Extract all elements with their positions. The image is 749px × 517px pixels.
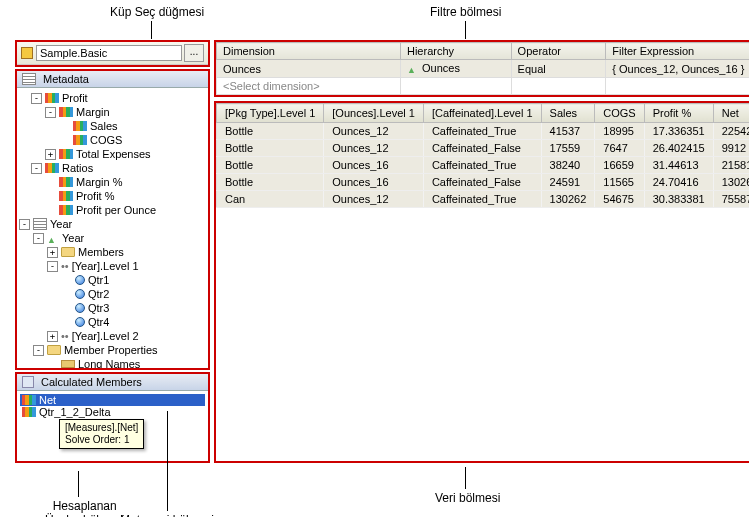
table-cell: 30.383381 <box>644 191 713 208</box>
tree-node-year-l1[interactable]: [Year].Level 1 <box>72 259 139 273</box>
tree-node-year-l2[interactable]: [Year].Level 2 <box>72 329 139 343</box>
cube-icon <box>21 47 33 59</box>
member-icon <box>75 289 85 299</box>
data-table[interactable]: [Pkg Type].Level 1[Ounces].Level 1[Caffe… <box>216 103 749 208</box>
tree-node-profit-per-ounce[interactable]: Profit per Ounce <box>76 203 156 217</box>
tree-node-qtr3[interactable]: Qtr3 <box>88 301 109 315</box>
tree-node-qtr4[interactable]: Qtr4 <box>88 315 109 329</box>
measure-icon <box>45 163 59 173</box>
expand-icon[interactable]: - <box>47 261 58 272</box>
table-cell: Ounces_12 <box>324 123 424 140</box>
expand-icon[interactable]: - <box>31 163 42 174</box>
calc-icon <box>22 376 34 388</box>
table-row[interactable]: BottleOunces_16Caffeinated_True382401665… <box>217 157 750 174</box>
tree-node-profit[interactable]: Profit <box>62 91 88 105</box>
table-cell: 41537 <box>541 123 595 140</box>
calc-member-net[interactable]: Net <box>20 394 205 406</box>
table-cell: Ounces_12 <box>324 140 424 157</box>
measure-icon <box>59 107 73 117</box>
measure-icon <box>59 191 73 201</box>
expand-icon[interactable]: - <box>33 345 44 356</box>
table-cell: Ounces_16 <box>324 157 424 174</box>
tree-node-margin[interactable]: Margin <box>76 105 110 119</box>
table-cell: 75587 <box>713 191 749 208</box>
data-col-header[interactable]: Profit % <box>644 104 713 123</box>
expand-icon[interactable]: + <box>45 149 56 160</box>
expand-icon[interactable]: - <box>31 93 42 104</box>
metadata-tree[interactable]: -Profit -Margin Sales COGS +Total Expens… <box>17 88 208 368</box>
table-row[interactable]: BottleOunces_16Caffeinated_False24591115… <box>217 174 750 191</box>
metadata-panel: Metadata -Profit -Margin Sales COGS +Tot… <box>15 69 210 370</box>
tree-node-year-hier[interactable]: Year <box>62 231 84 245</box>
dimension-icon <box>33 218 47 230</box>
calc-member-qtr-delta[interactable]: Qtr_1_2_Delta <box>20 406 205 418</box>
data-col-header[interactable]: [Caffeinated].Level 1 <box>423 104 541 123</box>
tree-node-members[interactable]: Members <box>78 245 124 259</box>
data-col-header[interactable]: [Pkg Type].Level 1 <box>217 104 324 123</box>
measure-icon <box>22 407 36 417</box>
annotation-filter-pane: Filtre bölmesi <box>430 5 501 19</box>
table-cell: Can <box>217 191 324 208</box>
table-cell: Caffeinated_False <box>423 174 541 191</box>
data-col-header[interactable]: Sales <box>541 104 595 123</box>
table-cell: Ounces_16 <box>324 174 424 191</box>
cube-name-input[interactable] <box>36 45 182 61</box>
table-cell: Bottle <box>217 174 324 191</box>
expand-icon[interactable]: + <box>47 247 58 258</box>
table-row[interactable]: BottleOunces_12Caffeinated_True415371899… <box>217 123 750 140</box>
table-cell: 13026 <box>713 174 749 191</box>
table-cell: 7647 <box>595 140 644 157</box>
measure-icon <box>59 205 73 215</box>
metadata-icon <box>22 73 36 85</box>
cube-select-button[interactable]: ... <box>184 44 204 62</box>
tree-node-sales[interactable]: Sales <box>90 119 118 133</box>
calc-members-title: Calculated Members <box>41 376 142 388</box>
table-cell: Ounces_12 <box>324 191 424 208</box>
measure-icon <box>45 93 59 103</box>
annotation-cube-select: Küp Seç düğmesi <box>110 5 204 19</box>
table-cell: Caffeinated_False <box>423 140 541 157</box>
expand-icon[interactable]: - <box>45 107 56 118</box>
table-cell: 31.44613 <box>644 157 713 174</box>
table-row[interactable]: CanOunces_12Caffeinated_True130262546753… <box>217 191 750 208</box>
tree-node-qtr1[interactable]: Qtr1 <box>88 273 109 287</box>
folder-icon <box>61 247 75 257</box>
table-cell: Caffeinated_True <box>423 157 541 174</box>
table-cell: Bottle <box>217 140 324 157</box>
tree-node-member-props[interactable]: Member Properties <box>64 343 158 357</box>
metadata-title: Metadata <box>43 73 89 85</box>
table-cell: 18995 <box>595 123 644 140</box>
filter-col-dimension[interactable]: Dimension <box>217 43 401 60</box>
data-col-header[interactable]: COGS <box>595 104 644 123</box>
filter-table[interactable]: Dimension Hierarchy Operator Filter Expr… <box>216 42 749 95</box>
member-icon <box>75 303 85 313</box>
tree-node-margin-pct[interactable]: Margin % <box>76 175 122 189</box>
expand-icon[interactable]: + <box>47 331 58 342</box>
expand-icon[interactable]: - <box>19 219 30 230</box>
filter-row-new[interactable]: <Select dimension> <box>217 78 750 95</box>
tree-node-qtr2[interactable]: Qtr2 <box>88 287 109 301</box>
filter-col-hierarchy[interactable]: Hierarchy <box>400 43 511 60</box>
member-icon <box>75 317 85 327</box>
tree-node-ratios[interactable]: Ratios <box>62 161 93 175</box>
tree-node-long-names[interactable]: Long Names <box>78 357 140 368</box>
measure-icon <box>59 177 73 187</box>
filter-row[interactable]: Ounces Ounces Equal { Ounces_12, Ounces_… <box>217 60 750 78</box>
table-cell: 54675 <box>595 191 644 208</box>
filter-col-expression[interactable]: Filter Expression <box>606 43 749 60</box>
data-col-header[interactable]: Net <box>713 104 749 123</box>
filter-panel: Dimension Hierarchy Operator Filter Expr… <box>214 40 749 97</box>
table-row[interactable]: BottleOunces_12Caffeinated_False17559764… <box>217 140 750 157</box>
filter-col-operator[interactable]: Operator <box>511 43 606 60</box>
tree-node-profit-pct[interactable]: Profit % <box>76 189 115 203</box>
expand-icon[interactable]: - <box>33 233 44 244</box>
tree-node-cogs[interactable]: COGS <box>90 133 122 147</box>
tree-node-year[interactable]: Year <box>50 217 72 231</box>
annotation-meta-pane: Meta veri bölmesi <box>120 513 214 517</box>
table-cell: 130262 <box>541 191 595 208</box>
tree-node-total-expenses[interactable]: Total Expenses <box>76 147 151 161</box>
data-col-header[interactable]: [Ounces].Level 1 <box>324 104 424 123</box>
measure-icon <box>73 135 87 145</box>
calculated-members-panel: Calculated Members Net Qtr_1_2_Delta [Me… <box>15 372 210 463</box>
table-cell: 11565 <box>595 174 644 191</box>
